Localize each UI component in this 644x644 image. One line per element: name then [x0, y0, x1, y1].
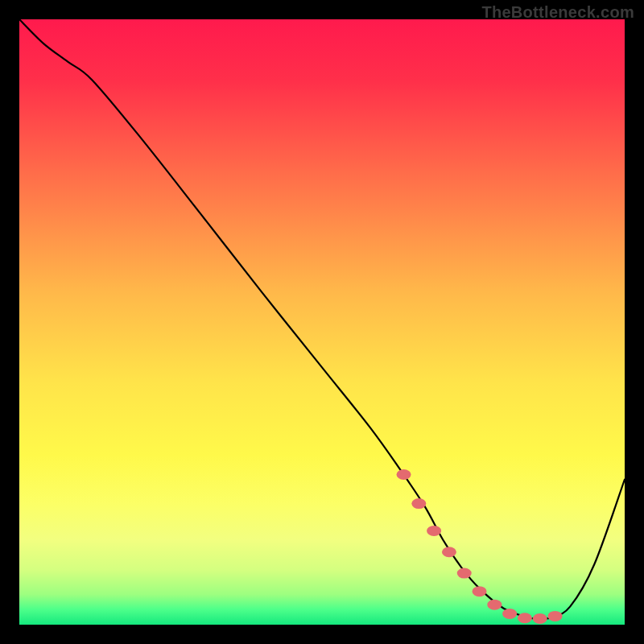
marker-dot — [457, 568, 472, 579]
marker-dot — [533, 613, 547, 624]
marker-dot — [518, 613, 532, 623]
marker-dot — [502, 609, 517, 619]
marker-dot — [427, 526, 441, 536]
marker-dot — [411, 498, 426, 509]
marker-dot — [487, 600, 502, 610]
gradient-rect — [19, 19, 625, 625]
chart-frame: TheBottleneck.com — [0, 0, 644, 644]
marker-dot — [548, 611, 563, 621]
marker-dot — [397, 469, 411, 480]
marker-dot — [442, 547, 456, 557]
chart-plot — [19, 19, 625, 625]
marker-dot — [473, 586, 487, 597]
